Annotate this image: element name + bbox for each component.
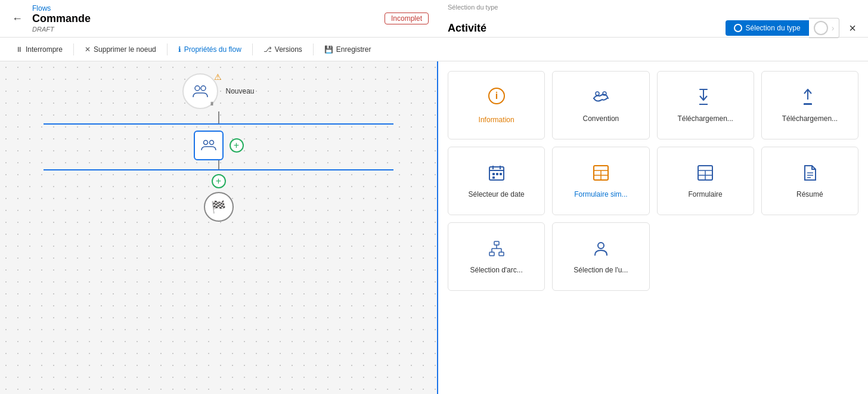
toolbar-versions-label: Versions <box>275 45 302 54</box>
step-arrow: › <box>832 23 835 33</box>
svg-text:i: i <box>495 91 497 101</box>
node-row-2: + <box>194 131 244 160</box>
card-formulaire-label: Formulaire <box>688 190 722 198</box>
doc-icon <box>800 163 819 184</box>
toolbar-sep-1 <box>73 44 74 55</box>
toolbar-sep-4 <box>313 44 314 55</box>
card-selecteur-date[interactable]: Sélecteur de date <box>448 147 545 215</box>
svg-point-1 <box>201 86 206 91</box>
toolbar-sep-3 <box>252 44 253 55</box>
group-icon <box>200 137 217 154</box>
card-formulaire-sim[interactable]: Formulaire sim... <box>552 147 649 215</box>
svg-point-6 <box>596 92 599 95</box>
card-convention-label: Convention <box>583 114 619 123</box>
svg-rect-35 <box>499 252 504 256</box>
card-selection-arc[interactable]: Sélection d'arc... <box>448 222 545 291</box>
upload-icon <box>800 88 819 108</box>
save-icon: 💾 <box>324 45 333 54</box>
flow-canvas: ⚠ ⏸ Nouveau <box>0 61 438 394</box>
add-between: + <box>212 174 226 188</box>
toolbar-interrompre-label: Interrompre <box>26 45 63 54</box>
svg-rect-8 <box>699 89 708 90</box>
divider-line-1 <box>44 123 393 125</box>
svg-rect-19 <box>496 173 498 175</box>
card-telechargement1[interactable]: Téléchargemen... <box>657 71 754 139</box>
step-indicators: › <box>809 18 840 38</box>
add-node-button[interactable]: + <box>230 138 244 153</box>
form-icon <box>696 163 715 184</box>
svg-point-0 <box>195 86 200 91</box>
node-nouveau-warning: ⚠ ⏸ Nouveau <box>182 73 254 109</box>
branch-icon: ⎇ <box>264 45 272 54</box>
step-circle-1 <box>814 21 828 35</box>
user-icon <box>591 239 610 260</box>
selection-type-label: Sélection du type <box>746 24 801 32</box>
toolbar-sep-2 <box>167 44 168 55</box>
toolbar-proprietes-label: Propriétés du flow <box>184 45 241 54</box>
card-convention[interactable]: Convention <box>552 71 649 139</box>
pause-node-icon: ⏸ <box>209 101 215 107</box>
toolbar-versions[interactable]: ⎇ Versions <box>258 43 308 56</box>
connector-2 <box>218 160 219 169</box>
card-selection-user-label: Sélection de l'u... <box>574 266 628 274</box>
toolbar-supprimer-label: Supprimer le noeud <box>94 45 156 54</box>
svg-rect-13 <box>804 103 812 104</box>
svg-rect-34 <box>489 252 494 256</box>
card-information[interactable]: i Information <box>448 71 545 139</box>
svg-point-3 <box>209 141 213 145</box>
circle-icon <box>734 24 742 32</box>
svg-rect-20 <box>500 173 502 175</box>
toolbar-enregistrer-label: Enregistrer <box>336 45 371 54</box>
card-formulaire[interactable]: Formulaire <box>657 147 754 215</box>
card-telechargement2[interactable]: Téléchargemen... <box>761 71 858 139</box>
finish-icon: 🏁 <box>211 200 226 214</box>
card-telechargement2-label: Téléchargemen... <box>782 114 838 123</box>
add-node-button-2[interactable]: + <box>212 174 226 188</box>
title-group: Flows Commande DRAFT <box>32 4 377 33</box>
download-icon <box>696 88 715 108</box>
node-nouveau-container: ⚠ ⏸ Nouveau <box>182 73 254 111</box>
breadcrumb[interactable]: Flows <box>32 4 377 13</box>
svg-rect-18 <box>492 173 495 175</box>
card-resume[interactable]: Résumé <box>761 147 858 215</box>
node-nouveau-label: Nouveau <box>225 87 254 95</box>
toolbar-supprimer[interactable]: ✕ Supprimer le noeud <box>79 43 162 56</box>
back-button[interactable]: ← <box>10 10 25 27</box>
warning-icon: ⚠ <box>214 72 222 82</box>
people-icon <box>191 82 209 100</box>
svg-rect-33 <box>494 241 499 245</box>
svg-rect-21 <box>492 176 495 179</box>
tree-icon <box>487 239 506 260</box>
svg-point-2 <box>203 141 207 145</box>
page-title: Commande <box>32 13 377 26</box>
status-badge: Incomplet <box>385 13 429 24</box>
node-nouveau[interactable]: ⚠ ⏸ <box>182 73 218 109</box>
close-icon: ✕ <box>85 45 91 54</box>
page-subtitle: DRAFT <box>32 26 377 33</box>
right-panel: i Information Convention Téléchargemen..… <box>438 61 868 394</box>
selection-type-button[interactable]: Sélection du type <box>726 20 809 36</box>
toolbar: ⏸ Interrompre ✕ Supprimer le noeud ℹ Pro… <box>0 38 868 61</box>
divider-line-2 <box>44 169 393 170</box>
info-icon: ℹ <box>178 45 181 54</box>
card-selecteur-date-label: Sélecteur de date <box>469 190 525 198</box>
flow-area: ⚠ ⏸ Nouveau <box>0 61 437 394</box>
node-selected[interactable] <box>194 131 224 160</box>
card-telechargement1-label: Téléchargemen... <box>677 114 733 123</box>
card-formulaire-sim-label: Formulaire sim... <box>574 190 627 198</box>
card-information-label: Information <box>479 116 514 124</box>
svg-point-40 <box>598 243 604 249</box>
card-selection-user[interactable]: Sélection de l'u... <box>552 222 649 291</box>
activity-grid: i Information Convention Téléchargemen..… <box>448 71 858 291</box>
toolbar-proprietes[interactable]: ℹ Propriétés du flow <box>172 43 247 56</box>
right-header-title: Activité <box>448 22 486 35</box>
close-button[interactable]: × <box>847 19 858 38</box>
toolbar-interrompre[interactable]: ⏸ Interrompre <box>10 43 69 56</box>
calendar-icon <box>487 163 506 184</box>
pause-icon: ⏸ <box>16 45 23 54</box>
card-resume-label: Résumé <box>796 190 823 198</box>
form-grid-icon <box>591 163 610 184</box>
handshake-icon <box>591 88 610 108</box>
toolbar-enregistrer[interactable]: 💾 Enregistrer <box>318 43 377 56</box>
node-finish[interactable]: 🏁 <box>204 192 234 222</box>
